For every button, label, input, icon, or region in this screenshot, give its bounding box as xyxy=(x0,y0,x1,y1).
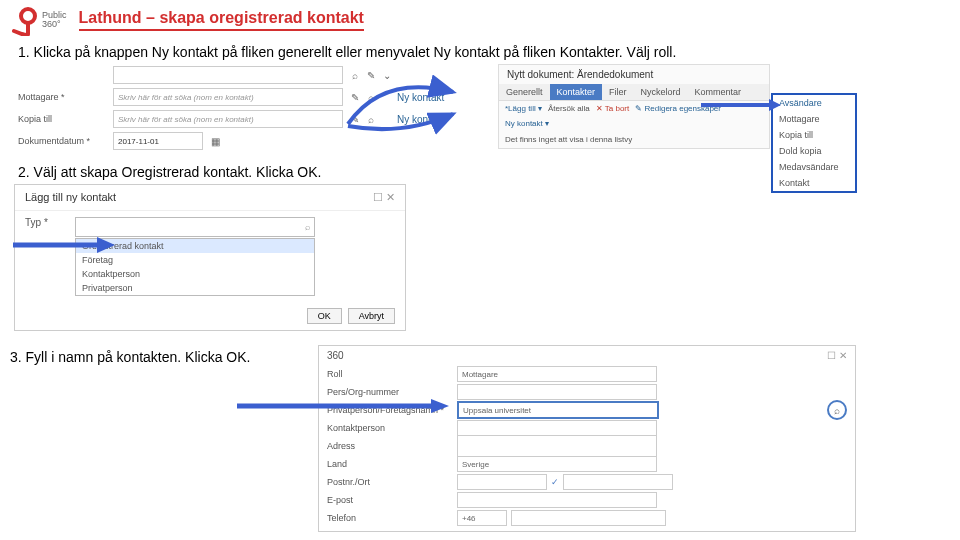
option-kontaktperson[interactable]: Kontaktperson xyxy=(76,267,314,281)
ort-input[interactable] xyxy=(563,474,673,490)
close-icon[interactable]: ☐ ✕ xyxy=(373,191,395,204)
input-field[interactable] xyxy=(113,66,343,84)
toolbar-360: 360 ☐ ✕ xyxy=(327,350,847,365)
epost-input[interactable] xyxy=(457,492,657,508)
menu-avsandare[interactable]: Avsändare xyxy=(773,95,855,111)
kontaktperson-input[interactable] xyxy=(457,420,657,436)
option-oregistrerad[interactable]: Oregistrerad kontakt xyxy=(76,239,314,253)
tab-nyckelord[interactable]: Nyckelord xyxy=(634,84,688,100)
pers-input[interactable] xyxy=(457,384,657,400)
label-datum: Dokumentdatum * xyxy=(18,136,113,146)
label-roll: Roll xyxy=(327,369,457,379)
datum-input[interactable]: 2017-11-01 xyxy=(113,132,203,150)
ny-kontakt-link[interactable]: Ny kontakt xyxy=(397,114,444,125)
menu-kontakt[interactable]: Kontakt xyxy=(773,175,855,191)
kopia-input[interactable]: Skriv här för att söka (nom en kontakt) xyxy=(113,110,343,128)
label-telefon: Telefon xyxy=(327,513,457,523)
calendar-icon[interactable]: ▦ xyxy=(209,135,221,147)
search-icon[interactable]: ⌕ xyxy=(365,91,377,103)
logo: Public 360° xyxy=(8,4,67,36)
figure-3: 360 ☐ ✕ RollMottagare Pers/Org-nummer Pr… xyxy=(318,345,856,532)
option-foretag[interactable]: Företag xyxy=(76,253,314,267)
label-mottagare: Mottagare * xyxy=(18,92,113,102)
namn-input[interactable]: Uppsala universitet xyxy=(457,401,659,419)
search-icon[interactable]: ⌕ xyxy=(349,69,361,81)
search-circle-icon[interactable]: ⌕ xyxy=(827,400,847,420)
label-postnr: Postnr./Ort xyxy=(327,477,457,487)
label-kopia: Kopia till xyxy=(18,114,113,124)
lagg-till-button[interactable]: *Lägg till ▾ xyxy=(505,104,542,113)
figure-2: Lägg till ny kontakt ☐ ✕ Typ * ⌕ Oregist… xyxy=(14,184,406,331)
step-3: 3. Fyll i namn på kontakten. Klicka OK. xyxy=(0,345,308,369)
dialog-title-text: Lägg till ny kontakt xyxy=(25,191,116,204)
svg-point-0 xyxy=(21,9,35,23)
empty-state: Det finns inget att visa i denna listvy xyxy=(499,131,769,148)
logo-icon xyxy=(8,4,40,36)
search-icon[interactable]: ⌕ xyxy=(365,113,377,125)
label-epost: E-post xyxy=(327,495,457,505)
figure-1a: ⌕✎⌄ Mottagare * Skriv här för att söka (… xyxy=(18,64,478,152)
tab-filer[interactable]: Filer xyxy=(602,84,634,100)
roll-input[interactable]: Mottagare xyxy=(457,366,657,382)
tab-generellt[interactable]: Generellt xyxy=(499,84,550,100)
redigera-button[interactable]: ✎ Redigera egenskaper xyxy=(635,104,721,113)
menu-kopia[interactable]: Kopia till xyxy=(773,127,855,143)
edit-icon[interactable]: ✎ xyxy=(365,69,377,81)
option-privatperson[interactable]: Privatperson xyxy=(76,281,314,295)
brand-360: 360 xyxy=(327,350,344,361)
typ-select[interactable]: ⌕ xyxy=(75,217,315,237)
typ-dropdown: Oregistrerad kontakt Företag Kontaktpers… xyxy=(75,238,315,296)
label-kontaktperson: Kontaktperson xyxy=(327,423,457,433)
edit-icon[interactable]: ✎ xyxy=(349,91,361,103)
window-title: Nytt dokument: Ärendedokument xyxy=(499,65,769,84)
toolbar: *Lägg till ▾ Återsök alla ✕ Ta bort ✎ Re… xyxy=(499,101,769,131)
page-title: Lathund – skapa oregistrerad kontakt xyxy=(79,9,364,31)
role-menu: Avsändare Mottagare Kopia till Dold kopi… xyxy=(771,93,857,193)
telefon-input[interactable] xyxy=(511,510,666,526)
menu-doldkopia[interactable]: Dold kopia xyxy=(773,143,855,159)
adress-input[interactable] xyxy=(457,435,657,457)
tabs: Generellt Kontakter Filer Nyckelord Komm… xyxy=(499,84,769,101)
edit-icon[interactable]: ✎ xyxy=(349,113,361,125)
label-pers: Pers/Org-nummer xyxy=(327,387,457,397)
label-typ: Typ * xyxy=(25,217,75,228)
logo-text: Public 360° xyxy=(42,11,67,29)
ok-button[interactable]: OK xyxy=(307,308,342,324)
label-adress: Adress xyxy=(327,441,457,451)
tab-kommentar[interactable]: Kommentar xyxy=(688,84,749,100)
window-controls[interactable]: ☐ ✕ xyxy=(827,350,847,361)
filter-icon[interactable]: ⌄ xyxy=(381,69,393,81)
mottagare-input[interactable]: Skriv här för att söka (nom en kontakt) xyxy=(113,88,343,106)
label-namn: Privatperson/Företagsnamn * xyxy=(327,405,457,415)
dialog-title: Lägg till ny kontakt ☐ ✕ xyxy=(15,185,405,211)
tab-kontakter[interactable]: Kontakter xyxy=(550,84,603,100)
step-1: 1. Klicka på knappen Ny kontakt på flike… xyxy=(0,40,960,64)
postnr-input[interactable] xyxy=(457,474,547,490)
aterok-button[interactable]: Återsök alla xyxy=(548,104,590,113)
avbryt-button[interactable]: Avbryt xyxy=(348,308,395,324)
ny-kontakt-link[interactable]: Ny kontakt xyxy=(397,92,444,103)
land-input[interactable]: Sverige xyxy=(457,456,657,472)
tabort-button[interactable]: ✕ Ta bort xyxy=(596,104,630,113)
header: Public 360° Lathund – skapa oregistrerad… xyxy=(0,0,960,40)
search-icon: ⌕ xyxy=(305,222,310,232)
menu-medavsandare[interactable]: Medavsändare xyxy=(773,159,855,175)
figure-1b: Nytt dokument: Ärendedokument Generellt … xyxy=(498,64,770,149)
menu-mottagare[interactable]: Mottagare xyxy=(773,111,855,127)
ny-kontakt-button[interactable]: Ny kontakt ▾ xyxy=(505,119,549,128)
telefon-prefix[interactable]: +46 xyxy=(457,510,507,526)
label-land: Land xyxy=(327,459,457,469)
